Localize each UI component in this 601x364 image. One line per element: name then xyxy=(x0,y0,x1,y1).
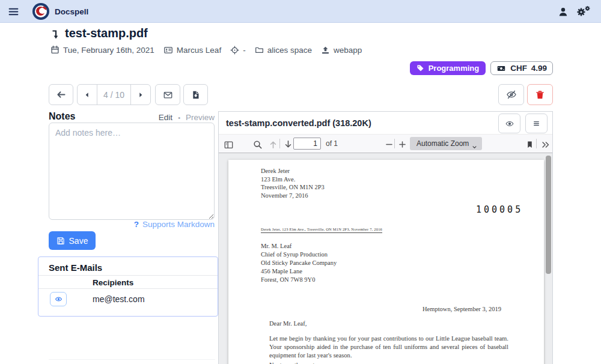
attachment-menu-button[interactable] xyxy=(525,114,548,133)
settings-gears-icon[interactable] xyxy=(577,5,591,17)
pdf-canvas-area[interactable]: Derek Jeter 123 Elm Ave. Treesville, ON … xyxy=(219,153,552,364)
back-button[interactable] xyxy=(49,84,73,105)
eye-slash-icon xyxy=(506,89,517,100)
notes-mode-separator: • xyxy=(178,114,180,121)
pdf-page: Derek Jeter 123 Elm Ave. Treesville, ON … xyxy=(228,160,544,364)
letter-header-line: Derek Jeter, 123 Elm Ave., Treesville, O… xyxy=(261,227,382,233)
hamburger-menu-icon[interactable] xyxy=(6,5,20,18)
tag-badge[interactable]: Programming xyxy=(410,61,486,75)
item-position-label: 4 / 10 xyxy=(97,85,130,105)
document-number-stamp: 100005 xyxy=(476,204,523,215)
trash-icon xyxy=(535,90,545,100)
floppy-icon xyxy=(56,237,65,245)
prev-item-button[interactable] xyxy=(78,85,97,105)
question-icon: ? xyxy=(134,220,139,229)
divider xyxy=(536,139,537,148)
item-source-label: webapp xyxy=(334,46,362,55)
sent-emails-panel: Sent E-Mails Recipients me@test.com xyxy=(38,256,218,317)
money-bill-icon xyxy=(496,64,506,73)
notes-heading: Notes xyxy=(49,111,75,122)
tag-icon xyxy=(416,64,424,72)
item-correspondent-label: Marcus Leaf xyxy=(177,46,221,55)
page-nav-group: 4 / 10 xyxy=(77,84,151,105)
attachment-view-button[interactable] xyxy=(498,114,520,133)
chevron-right-icon xyxy=(137,91,144,99)
letter-sender-block: Derek Jeter 123 Elm Ave. Treesville, ON … xyxy=(261,167,325,199)
sidebar-toggle-icon[interactable] xyxy=(224,139,234,150)
zoom-out-icon[interactable] xyxy=(385,139,394,150)
sent-emails-heading: Sent E-Mails xyxy=(49,262,102,273)
notes-preview-link[interactable]: Preview xyxy=(186,113,215,122)
chevron-down-icon xyxy=(472,141,477,152)
docspell-logo[interactable] xyxy=(32,3,49,20)
search-icon[interactable] xyxy=(252,139,263,150)
email-recipient: me@test.com xyxy=(93,294,145,304)
item-correspondent[interactable]: Marcus Leaf xyxy=(163,46,221,55)
crosshair-icon xyxy=(230,46,239,55)
save-button-label: Save xyxy=(69,236,88,246)
find-next-icon[interactable] xyxy=(283,139,293,150)
item-concerning[interactable]: - xyxy=(230,46,246,55)
add-file-button[interactable] xyxy=(183,84,208,105)
calendar-icon xyxy=(50,45,59,55)
markdown-hint[interactable]: ? Supports Markdown xyxy=(134,220,215,229)
next-item-button[interactable] xyxy=(130,85,150,105)
view-email-button[interactable] xyxy=(50,292,67,306)
amount-badge[interactable]: CHF 4.99 xyxy=(490,61,553,75)
eye-icon xyxy=(55,296,63,303)
markdown-hint-label: Supports Markdown xyxy=(142,220,215,229)
zoom-level-value: Automatic Zoom xyxy=(416,139,469,148)
zoom-in-icon[interactable] xyxy=(398,139,407,150)
item-date[interactable]: Tue, February 16th, 2021 xyxy=(50,45,154,55)
letter-salutation: Dear Mr. Leaf, xyxy=(269,320,307,327)
user-icon[interactable] xyxy=(558,6,569,17)
divider xyxy=(279,139,280,148)
item-concerning-label: - xyxy=(243,46,246,55)
tag-label: Programming xyxy=(429,64,480,73)
letter-dateline: Hemptown, September 3, 2019 xyxy=(423,306,501,312)
notes-edit-link[interactable]: Edit xyxy=(159,113,172,122)
item-folder-label: alices space xyxy=(267,46,312,55)
pdf-viewer: test-stamp.converted.pdf (318.20K) xyxy=(218,111,553,364)
item-metadata-row: Tue, February 16th, 2021 Marcus Leaf - a… xyxy=(50,45,362,55)
divider xyxy=(49,359,215,360)
delete-button[interactable] xyxy=(527,84,553,105)
attachment-filename: test-stamp.converted.pdf (318.20K) xyxy=(226,118,371,128)
viewer-scrollbar-thumb[interactable] xyxy=(546,156,551,274)
top-navbar: Docspell xyxy=(0,0,601,23)
chevron-left-icon xyxy=(84,91,91,99)
app-title: Docspell xyxy=(55,7,88,16)
docspell-item-page: Docspell test-stamp.pdf Tue, February 16… xyxy=(0,0,601,364)
save-notes-button[interactable]: Save xyxy=(49,231,96,250)
eye-icon xyxy=(505,120,514,128)
page-number-input[interactable] xyxy=(293,138,321,150)
badge-row: Programming CHF 4.99 xyxy=(410,61,553,75)
send-mail-button[interactable] xyxy=(155,84,180,105)
item-source: webapp xyxy=(321,46,362,55)
notes-input[interactable] xyxy=(49,123,215,220)
page-title: test-stamp.pdf xyxy=(65,26,148,40)
letter-recipient-block: Mr. M. Leaf Chief of Syrup Production Ol… xyxy=(261,242,337,284)
find-previous-icon[interactable] xyxy=(268,139,278,150)
toolbar-more-icon[interactable] xyxy=(541,139,551,150)
divider xyxy=(38,275,218,276)
bookmark-icon[interactable] xyxy=(526,139,534,150)
unconfirm-button[interactable] xyxy=(498,84,524,105)
list-menu-icon xyxy=(532,119,541,128)
pdfjs-toolbar: of 1 Automatic Zoom xyxy=(219,135,552,153)
page-count-label: of 1 xyxy=(326,139,338,148)
id-card-icon xyxy=(163,46,173,55)
upload-icon xyxy=(321,46,330,55)
amount-label: CHF 4.99 xyxy=(510,64,547,73)
file-upload-icon xyxy=(191,90,200,100)
recipients-column-header: Recipients xyxy=(93,278,133,287)
item-folder[interactable]: alices space xyxy=(255,46,312,55)
zoom-level-select[interactable]: Automatic Zoom xyxy=(410,137,482,150)
divider xyxy=(394,139,395,148)
level-down-icon xyxy=(50,28,61,40)
divider xyxy=(38,288,218,289)
arrow-left-icon xyxy=(56,89,66,100)
folder-icon xyxy=(255,46,264,54)
attachment-header: test-stamp.converted.pdf (318.20K) xyxy=(219,112,552,135)
item-date-label: Tue, February 16th, 2021 xyxy=(63,46,154,55)
